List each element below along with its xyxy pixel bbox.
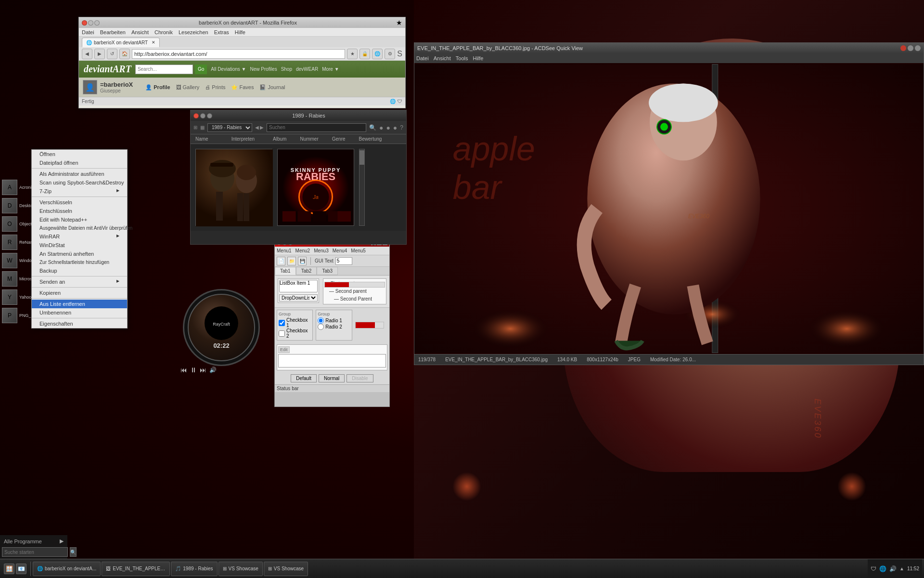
firefox-close-btn[interactable] xyxy=(82,20,87,26)
ctx-encrypt[interactable]: Verschlüsseln xyxy=(32,198,127,207)
music-search-input[interactable] xyxy=(267,123,366,132)
sidebar-icon-acroni[interactable]: A xyxy=(2,180,17,195)
firefox-bookmark-icon[interactable]: ★ xyxy=(396,19,402,26)
vs-menu5[interactable]: Menu5 xyxy=(351,248,366,253)
vs-tool-btn-3[interactable]: 💾 xyxy=(298,257,307,265)
ff-menu-hilfe[interactable]: Hilfe xyxy=(235,29,245,35)
music-min-btn[interactable] xyxy=(200,113,205,118)
taskbar-icon-1[interactable]: 🪟 xyxy=(4,564,14,574)
ctx-decrypt[interactable]: Entschlüsseln xyxy=(32,207,127,215)
ff-tools-btn[interactable]: ⚙ xyxy=(385,49,395,59)
da-tab-profile[interactable]: 👤 Profile xyxy=(145,84,170,91)
da-tab-prints[interactable]: 🖨 Prints xyxy=(205,84,225,91)
sidebar-icon-rename[interactable]: R xyxy=(2,235,17,250)
ctx-7zip[interactable]: 7-Zip xyxy=(32,187,127,196)
ff-url-bar[interactable] xyxy=(132,49,345,59)
ctx-antivir[interactable]: Ausgewählte Dateien mit AntiVir überprüf… xyxy=(32,224,127,232)
acdsee-min-btn[interactable] xyxy=(908,45,913,51)
taskbar-item-vs2[interactable]: ⊞ VS Showcase xyxy=(264,562,308,576)
da-nav-new-profiles[interactable]: New Profiles xyxy=(250,66,277,72)
vs-tree-item-second-child[interactable]: — Second Parent xyxy=(324,295,372,303)
vs-checkbox-2-label[interactable]: Checkbox 2 xyxy=(279,328,311,339)
ctx-backup[interactable]: Backup xyxy=(32,266,127,275)
firefox-max-btn[interactable] xyxy=(94,20,100,26)
ctx-winrar[interactable]: WinRAR xyxy=(32,232,127,241)
ctx-offnen[interactable]: Öffnen xyxy=(32,150,127,158)
sidebar-icon-microsoft[interactable]: M xyxy=(2,271,17,287)
ff-menu-chronik[interactable]: Chronik xyxy=(154,29,173,35)
vs-disable-btn[interactable]: Disable xyxy=(346,374,373,382)
vs-menu1[interactable]: Menu1 xyxy=(277,248,292,253)
tray-antivir-icon[interactable]: 🛡 xyxy=(871,565,876,572)
taskbar-icon-2[interactable]: 📧 xyxy=(16,564,26,574)
music-close-btn[interactable] xyxy=(193,113,199,118)
vs-normal-btn[interactable]: Normal xyxy=(319,374,345,382)
acdsee-menu-hilfe[interactable]: Hilfe xyxy=(473,55,483,61)
ctx-dateipfad[interactable]: Dateipfad öffnen xyxy=(32,158,127,167)
vs-radio-1-label[interactable]: Radio 1 xyxy=(318,317,350,324)
ctx-kopieren[interactable]: Kopieren xyxy=(32,289,127,297)
vs-default-btn[interactable]: Default xyxy=(291,374,317,382)
ff-menu-ansicht[interactable]: Ansicht xyxy=(131,29,149,35)
player-pause-btn[interactable]: ⏸ xyxy=(190,366,197,374)
music-next-icon[interactable]: ▶ xyxy=(260,125,264,130)
music-album-select[interactable]: 1989 - Rabies xyxy=(207,123,252,132)
ctx-admin[interactable]: Als Administrator ausführen xyxy=(32,170,127,178)
ctx-eigenschaften[interactable]: Eigenschaften xyxy=(32,319,127,328)
acdsee-close-btn[interactable] xyxy=(900,45,906,51)
tray-volume-icon[interactable]: 🔊 xyxy=(889,565,897,572)
ctx-start-pin[interactable]: An Startmenü anheften xyxy=(32,250,127,258)
da-tab-gallery[interactable]: 🖼 Gallery xyxy=(176,84,200,91)
taskbar-item-acdsee[interactable]: 🖼 EVE_IN_THE_APPLE_BA... xyxy=(102,562,170,576)
da-tab-journal[interactable]: 📓 Journal xyxy=(259,84,285,91)
da-nav-devwear[interactable]: devWEAR xyxy=(296,66,318,72)
music-scrollbar-thumb[interactable] xyxy=(359,150,364,165)
sidebar-icon-yahoo[interactable]: Y xyxy=(2,289,17,305)
sidebar-icon-windo[interactable]: W xyxy=(2,253,17,268)
search-start-btn[interactable]: 🔍 xyxy=(70,547,77,557)
all-programs-link[interactable]: Alle Programme ▶ xyxy=(2,537,65,545)
ff-search-btn[interactable]: 🌐 xyxy=(372,49,383,59)
vs-tool-btn-2[interactable]: 📁 xyxy=(287,257,296,265)
player-prev-btn[interactable]: ⏮ xyxy=(180,366,187,374)
ff-menu-datei[interactable]: Datei xyxy=(82,29,94,35)
vs-menu2[interactable]: Menu2 xyxy=(295,248,310,253)
vs-radio-1[interactable] xyxy=(318,317,324,324)
ctx-notepad[interactable]: Edit with Notepad++ xyxy=(32,215,127,224)
music-search-icon[interactable]: 🔍 xyxy=(369,124,376,131)
da-nav-all-deviations[interactable]: All Deviations ▼ xyxy=(211,66,246,72)
vs-guitext-input[interactable] xyxy=(335,257,352,265)
firefox-min-btn[interactable] xyxy=(88,20,93,26)
taskbar-item-music[interactable]: 🎵 1989 - Rabies xyxy=(171,562,217,576)
da-nav-more[interactable]: More ▼ xyxy=(322,66,339,72)
search-start-input[interactable] xyxy=(2,547,68,557)
player-vol-btn[interactable]: 🔊 xyxy=(209,367,217,373)
music-play-icon[interactable]: ● xyxy=(379,124,383,131)
vs-tab-1[interactable]: Tab1 xyxy=(275,267,296,275)
player-next-btn[interactable]: ⏭ xyxy=(200,366,206,374)
sidebar-icon-desktop[interactable]: D xyxy=(2,198,17,213)
ctx-windirstat[interactable]: WinDirStat xyxy=(32,241,127,250)
ff-menu-lesezeichen[interactable]: Lesezeichen xyxy=(179,29,208,35)
ff-bookmark-btn[interactable]: ★ xyxy=(347,49,358,59)
vs-radio-2-label[interactable]: Radio 2 xyxy=(318,324,350,330)
music-max-btn[interactable] xyxy=(207,113,212,118)
music-help-icon[interactable]: ? xyxy=(400,124,403,131)
ctx-umbenennen[interactable]: Umbenennen xyxy=(32,308,127,317)
da-tab-faves[interactable]: ⭐ Faves xyxy=(231,84,254,91)
acdsee-max-btn[interactable] xyxy=(915,45,921,51)
vs-tool-btn-1[interactable]: 📄 xyxy=(277,257,285,265)
firefox-tab-deviantart[interactable]: 🌐 barberioX on deviantART ✕ xyxy=(82,38,160,47)
vs-radio-2[interactable] xyxy=(318,324,324,330)
ctx-spybot[interactable]: Scan using Spybot-Search&Destroy xyxy=(32,178,127,187)
music-rec-icon[interactable]: ● xyxy=(386,124,390,131)
ff-addon-btn[interactable]: 🔒 xyxy=(359,49,370,59)
vs-checkbox-1[interactable] xyxy=(279,320,285,326)
acdsee-menu-ansicht[interactable]: Ansicht xyxy=(434,55,451,61)
da-nav-shop[interactable]: Shop xyxy=(281,66,292,72)
vs-dropdown[interactable]: DropDownList xyxy=(279,294,318,302)
vs-menu4[interactable]: Menu4 xyxy=(333,248,347,253)
acdsee-menu-tools[interactable]: Tools xyxy=(456,55,468,61)
vs-edit-textarea[interactable] xyxy=(278,354,386,368)
ctx-aus-liste[interactable]: Aus Liste entfernen xyxy=(32,300,127,308)
